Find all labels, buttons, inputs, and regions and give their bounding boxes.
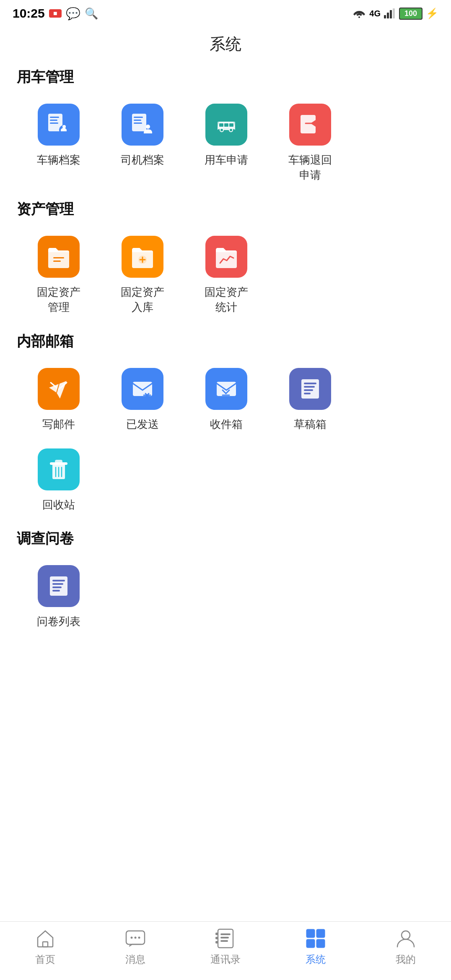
svg-rect-62 — [306, 939, 315, 948]
asset-in-item[interactable]: 固定资产 入库 — [101, 232, 184, 319]
charging-icon: ⚡ — [426, 8, 438, 19]
svg-rect-63 — [316, 939, 325, 948]
car-apply-item[interactable]: 用车申请 — [184, 99, 268, 187]
write-mail-label: 写邮件 — [42, 417, 75, 432]
nav-contacts-label: 通讯录 — [210, 953, 241, 966]
car-apply-label: 用车申请 — [205, 152, 248, 167]
driver-file-label: 司机档案 — [121, 152, 164, 167]
car-return-item[interactable]: 车辆退回 申请 — [268, 99, 352, 187]
mine-icon — [395, 928, 417, 949]
svg-rect-6 — [50, 117, 59, 118]
svg-rect-12 — [134, 117, 143, 118]
asset-stat-item[interactable]: 固定资产 统计 — [184, 232, 268, 319]
svg-point-64 — [402, 931, 410, 939]
svg-rect-14 — [134, 122, 142, 124]
trash-item[interactable]: 回收站 — [17, 444, 101, 516]
svg-rect-48 — [43, 942, 48, 947]
nav-message[interactable]: 消息 — [102, 928, 169, 966]
section-car-management: 用车管理 车辆档案 — [0, 68, 451, 187]
svg-rect-46 — [52, 586, 62, 588]
asset-in-icon-box — [122, 236, 163, 278]
message-icon — [124, 928, 146, 949]
sent-mail-icon-box — [122, 368, 163, 410]
draft-icon — [297, 376, 323, 402]
car-return-label: 车辆退回 申请 — [288, 152, 332, 183]
svg-point-19 — [220, 128, 223, 132]
svg-rect-32 — [301, 379, 319, 399]
draft-item[interactable]: 草稿箱 — [268, 364, 352, 436]
home-icon — [34, 928, 56, 949]
driver-file-icon-box — [122, 104, 163, 146]
svg-rect-58 — [220, 937, 229, 938]
survey-grid: 问卷列表 — [17, 561, 434, 633]
status-bar: 10:25 ■ 💬 🔍 4G 100 ⚡ — [0, 0, 451, 25]
nav-contacts[interactable]: 通讯录 — [192, 928, 259, 966]
svg-rect-56 — [215, 941, 218, 944]
svg-rect-45 — [52, 583, 63, 585]
wifi-icon — [353, 8, 366, 18]
nav-system[interactable]: 系统 — [282, 928, 349, 966]
write-mail-icon — [46, 376, 72, 402]
survey-list-item[interactable]: 问卷列表 — [17, 561, 101, 633]
svg-point-0 — [358, 16, 360, 18]
survey-list-label: 问卷列表 — [37, 614, 80, 629]
inbox-icon — [213, 376, 239, 402]
svg-rect-61 — [316, 929, 325, 938]
trash-label: 回收站 — [42, 497, 75, 512]
driver-file-icon — [130, 112, 156, 138]
asset-manage-icon-box — [38, 236, 80, 278]
status-left: 10:25 ■ 💬 🔍 — [13, 6, 98, 21]
svg-rect-1 — [384, 15, 386, 18]
svg-rect-7 — [50, 120, 57, 121]
asset-stat-label: 固定资产 统计 — [205, 284, 248, 315]
system-icon — [305, 928, 327, 949]
car-file-icon-box — [38, 104, 80, 146]
write-mail-item[interactable]: 写邮件 — [17, 364, 101, 436]
sent-mail-item[interactable]: 已发送 — [101, 364, 184, 436]
svg-rect-4 — [393, 8, 395, 18]
svg-rect-44 — [52, 580, 65, 581]
car-file-item[interactable]: 车辆档案 — [17, 99, 101, 187]
sent-mail-label: 已发送 — [126, 417, 159, 432]
inbox-item[interactable]: 收件箱 — [184, 364, 268, 436]
asset-manage-item[interactable]: 固定资产 管理 — [17, 232, 101, 319]
svg-rect-54 — [215, 933, 218, 935]
svg-rect-22 — [224, 123, 228, 127]
battery-indicator: 100 — [399, 8, 422, 20]
asset-in-label: 固定资产 入库 — [121, 284, 164, 315]
svg-rect-36 — [304, 393, 311, 394]
svg-point-51 — [134, 936, 136, 938]
svg-rect-25 — [53, 257, 64, 258]
section-asset-management: 资产管理 固定资产 管理 — [0, 200, 451, 319]
svg-rect-3 — [390, 10, 392, 18]
svg-rect-2 — [387, 13, 389, 18]
driver-file-item[interactable]: 司机档案 — [101, 99, 184, 187]
signal-bars — [384, 8, 396, 18]
survey-list-icon-box — [38, 565, 80, 607]
svg-point-20 — [229, 128, 233, 132]
car-apply-icon-box — [205, 104, 247, 146]
car-file-icon — [46, 112, 72, 138]
nav-home-label: 首页 — [35, 953, 55, 966]
svg-rect-39 — [55, 460, 62, 463]
section-title-car: 用车管理 — [17, 68, 434, 87]
car-return-icon-box — [289, 104, 331, 146]
svg-point-50 — [130, 936, 132, 938]
svg-rect-57 — [220, 933, 231, 935]
svg-rect-13 — [134, 120, 141, 121]
asset-manage-icon — [46, 244, 72, 270]
svg-rect-35 — [304, 389, 313, 391]
svg-rect-26 — [53, 261, 61, 262]
asset-manage-label: 固定资产 管理 — [37, 284, 80, 315]
nav-mine[interactable]: 我的 — [372, 928, 439, 966]
car-apply-icon — [213, 112, 239, 138]
write-mail-icon-box — [38, 368, 80, 410]
notification-badge: ■ — [49, 9, 62, 18]
svg-rect-59 — [220, 940, 228, 942]
asset-stat-icon-box — [205, 236, 247, 278]
svg-point-10 — [62, 125, 66, 128]
sent-mail-icon — [130, 376, 156, 402]
inbox-icon-box — [205, 368, 247, 410]
nav-home[interactable]: 首页 — [12, 928, 79, 966]
section-title-survey: 调查问卷 — [17, 529, 434, 548]
